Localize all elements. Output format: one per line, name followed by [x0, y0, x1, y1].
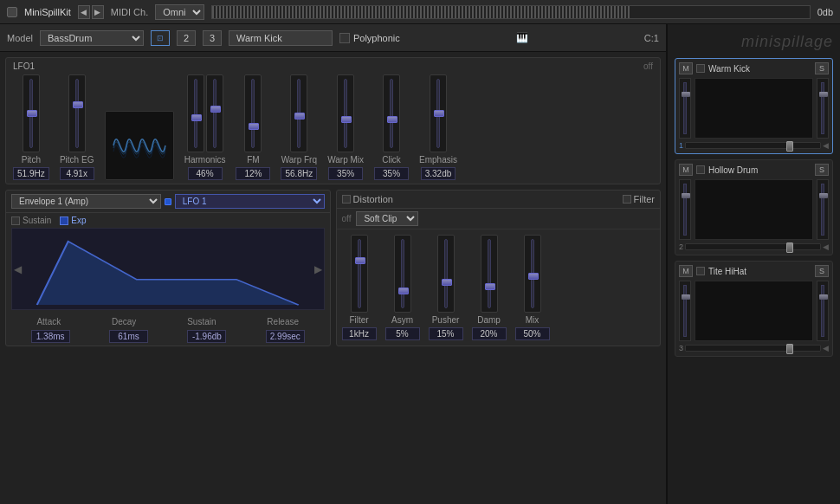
pitch-eg-label: Pitch EG — [60, 155, 94, 165]
channel-2-checkbox[interactable] — [696, 165, 705, 174]
channel-1-volume-slider[interactable] — [679, 78, 691, 139]
release-label: Release — [267, 317, 299, 326]
pitch-label: Pitch — [22, 155, 41, 165]
filter-label: Filter — [634, 194, 655, 204]
channel-2-header: M Hollow Drum S — [679, 164, 829, 176]
pitch-slider-group: Pitch 51.9Hz — [13, 74, 49, 180]
warp-mix-value: 35% — [328, 167, 363, 180]
channel-3-mute-button[interactable]: M — [679, 265, 693, 277]
pusher-slider[interactable] — [437, 235, 455, 313]
midi-channel-select[interactable]: Omni — [155, 4, 204, 20]
channel-2-fader[interactable] — [685, 243, 821, 250]
channel-1-name: Warm Kick — [708, 64, 811, 74]
channel-3-pan-slider[interactable] — [817, 281, 829, 341]
channel-2-display — [695, 179, 813, 240]
brand-text: minispillage — [741, 33, 833, 50]
channel-3-volume-slider[interactable] — [679, 281, 691, 341]
channel-1-pan-slider[interactable] — [817, 78, 829, 139]
harmonics-slider-2[interactable] — [206, 74, 223, 152]
main-container: Model BassDrum SnareDrum HiHat ⊡ 2 3 Pol… — [0, 24, 840, 504]
envelope-display: ◀ ▶ — [11, 228, 325, 310]
power-checkbox[interactable] — [7, 7, 17, 17]
channel-3-number: 3 — [679, 344, 683, 352]
harmonics-label: Harmonics — [184, 155, 226, 165]
emphasis-slider[interactable] — [430, 74, 447, 152]
fm-slider[interactable] — [244, 74, 262, 152]
model-select[interactable]: BassDrum SnareDrum HiHat — [40, 30, 144, 46]
asym-slider[interactable] — [394, 235, 411, 313]
mix-value: 50% — [515, 327, 550, 340]
channel-3-fader-row: 3 ◀ — [679, 344, 829, 352]
distortion-checkbox[interactable] — [342, 195, 351, 204]
envelope-section: Envelope 1 (Amp) LFO 1 Sustain — [5, 190, 331, 346]
channel-strip-1: M Warm Kick S 1 — [675, 58, 833, 154]
synth-sliders-row: Pitch 51.9Hz Pitch EG 4.91x — [13, 74, 653, 180]
polyphonic-checkbox[interactable] — [339, 33, 350, 43]
damp-label: Damp — [477, 315, 501, 325]
emphasis-value: 3.32db — [421, 167, 456, 180]
slot-3-button[interactable]: 3 — [203, 30, 222, 46]
channel-strip-3: M Tite HiHat S 3 — [675, 261, 833, 357]
channel-1-solo-button[interactable]: S — [815, 62, 829, 74]
channel-strip-2: M Hollow Drum S 2 — [675, 159, 833, 255]
lfo-section: LFO1 off Pitch 51.9Hz — [5, 57, 661, 184]
waveform-display[interactable] — [105, 111, 174, 180]
distortion-type-bar: off Soft Clip Hard Clip Foldback — [337, 209, 661, 229]
channel-3-main — [679, 281, 829, 341]
sustain-label: Sustain — [23, 216, 51, 225]
sustain-checkbox[interactable] — [11, 216, 20, 225]
channel-1-mute-button[interactable]: M — [679, 62, 693, 74]
envelope-type-select[interactable]: Envelope 1 (Amp) — [11, 194, 161, 209]
decay-value: 61ms — [109, 330, 148, 343]
warp-mix-label: Warp Mix — [327, 155, 364, 165]
filter-slider[interactable] — [351, 235, 368, 313]
lfo-assign-select[interactable]: LFO 1 — [175, 194, 325, 209]
channel-2-fader-row: 2 ◀ — [679, 242, 829, 251]
filter-checkbox[interactable] — [623, 195, 631, 204]
channel-1-fader[interactable] — [685, 142, 821, 149]
harmonics-slider-1[interactable] — [187, 74, 204, 152]
env-right-arrow[interactable]: ▶ — [314, 263, 322, 275]
prev-button[interactable]: ◀ — [78, 5, 90, 19]
bottom-section: Envelope 1 (Amp) LFO 1 Sustain — [5, 190, 661, 346]
frame-button[interactable]: ⊡ — [151, 30, 170, 46]
click-slider[interactable] — [383, 74, 400, 152]
filter-slider-group: Filter 1kHz — [342, 235, 377, 340]
channel-1-main — [679, 78, 829, 139]
click-value: 35% — [374, 167, 409, 180]
preset-name-input[interactable] — [229, 30, 333, 46]
pitch-slider[interactable] — [23, 74, 40, 152]
damp-value: 20% — [472, 327, 507, 340]
filter-check: Filter — [623, 194, 655, 204]
asym-label: Asym — [391, 315, 413, 325]
mix-slider[interactable] — [524, 235, 541, 313]
volume-bar[interactable] — [211, 5, 810, 19]
channel-3-checkbox[interactable] — [696, 267, 705, 275]
channel-1-end-marker: ◀ — [823, 141, 829, 150]
damp-slider[interactable] — [481, 235, 498, 313]
slot-2-button[interactable]: 2 — [177, 30, 196, 46]
pitch-eg-slider[interactable] — [68, 74, 86, 152]
env-header: Envelope 1 (Amp) LFO 1 — [6, 191, 330, 213]
warp-mix-slider[interactable] — [337, 74, 354, 152]
attack-label: Attack — [36, 317, 61, 326]
branding: minispillage — [675, 31, 833, 53]
sustain-check-item: Sustain — [11, 216, 51, 225]
channel-3-fader[interactable] — [685, 345, 821, 352]
channel-1-checkbox[interactable] — [696, 64, 705, 73]
env-labels-row: Attack Decay Sustain Release — [6, 315, 330, 328]
channel-2-pan-slider[interactable] — [817, 179, 829, 240]
channel-2-solo-button[interactable]: S — [815, 164, 829, 176]
exp-checkbox[interactable] — [60, 216, 68, 225]
channel-2-volume-slider[interactable] — [679, 179, 691, 240]
channel-1-display — [695, 78, 813, 139]
warp-frq-slider[interactable] — [290, 74, 307, 152]
fm-label: FM — [247, 155, 259, 165]
env-left-arrow[interactable]: ◀ — [14, 263, 22, 275]
effects-header: Distortion Filter — [337, 191, 661, 209]
dist-off-label: off — [342, 214, 352, 223]
distortion-type-select[interactable]: Soft Clip Hard Clip Foldback — [356, 211, 418, 226]
channel-2-mute-button[interactable]: M — [679, 164, 693, 176]
channel-3-solo-button[interactable]: S — [815, 265, 829, 277]
next-button[interactable]: ▶ — [92, 5, 104, 19]
